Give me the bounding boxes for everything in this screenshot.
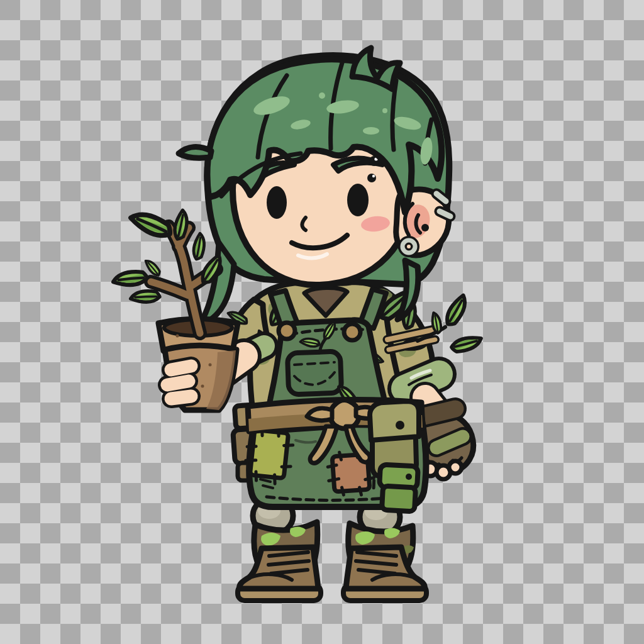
finger-bottom (171, 396, 191, 399)
eyebrow-stud-bottom-shine (372, 175, 375, 177)
head (179, 48, 450, 325)
pot-speckle (209, 364, 212, 367)
right-eye (347, 184, 369, 216)
left-eye (267, 186, 287, 219)
apron-button-right (344, 324, 360, 340)
ear-stud (421, 224, 429, 231)
knot-loop-left (307, 408, 332, 420)
pot-speckle (176, 335, 179, 338)
eyebrow-stud-bottom (367, 174, 376, 182)
sapling-leaf (145, 258, 160, 277)
transparency-canvas (0, 0, 644, 644)
apron-button-left (279, 323, 295, 339)
green-pouch-button (406, 474, 412, 480)
finger-top (171, 366, 191, 370)
sapling-leaf (131, 203, 173, 247)
glove-fingertip (449, 461, 462, 474)
glove-strap (424, 409, 455, 416)
green-pouch-body (382, 486, 416, 512)
sapling-leaf (113, 263, 148, 294)
right-pouch-flap (370, 401, 419, 440)
gardener-character-illustration (0, 0, 644, 644)
sprig-leaf (440, 296, 474, 327)
hair-highlight-dot (382, 108, 387, 113)
hair-highlight (363, 127, 379, 135)
hair-highlight-dot (319, 92, 325, 99)
sprig-leaf (451, 331, 481, 357)
finger-middle (167, 381, 189, 385)
pot-speckle (201, 385, 204, 388)
hair-spike-left (179, 147, 211, 158)
right-pouch-button (396, 421, 404, 430)
